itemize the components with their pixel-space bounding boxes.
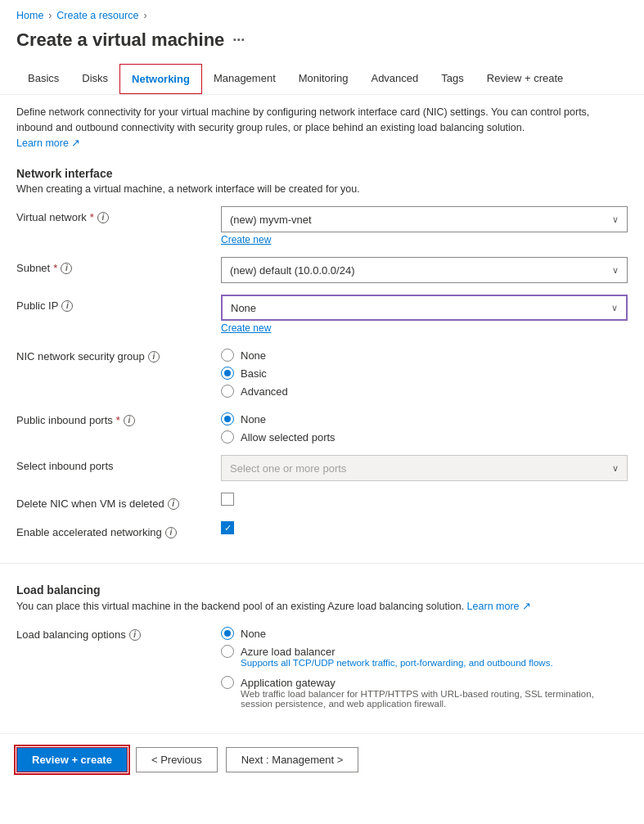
load-balancing-options-control: None Azure load balancer Supports all TC… (221, 624, 628, 709)
breadcrumb-home[interactable]: Home (16, 10, 43, 21)
nic-nsg-basic-option[interactable]: Basic (221, 367, 628, 380)
public-inbound-allow-option[interactable]: Allow selected ports (221, 430, 628, 444)
public-inbound-none-option[interactable]: None (221, 412, 628, 426)
tab-basics[interactable]: Basics (16, 64, 70, 94)
nic-nsg-row: NIC network security group i None Basic … (16, 345, 628, 398)
load-balancing-options-info-icon[interactable]: i (129, 629, 141, 641)
title-options-button[interactable]: ··· (232, 32, 245, 49)
nic-nsg-info-icon[interactable]: i (148, 351, 160, 362)
tab-management[interactable]: Management (202, 64, 287, 94)
public-inbound-ports-label: Public inbound ports * i (16, 409, 213, 426)
azure-lb-description: Supports all TCP/UDP network traffic, po… (241, 658, 628, 668)
subnet-chevron-icon: ∨ (612, 265, 619, 276)
accelerated-networking-label: Enable accelerated networking i (16, 521, 213, 538)
virtual-network-info-icon[interactable]: i (97, 212, 109, 223)
app-gateway-description: Web traffic load balancer for HTTP/HTTPS… (241, 689, 628, 709)
previous-button[interactable]: < Previous (136, 747, 218, 772)
select-inbound-ports-label: Select inbound ports (16, 455, 213, 472)
public-ip-dropdown[interactable]: None ∨ (221, 295, 628, 321)
virtual-network-label: Virtual network * i (16, 206, 213, 223)
load-balancing-title: Load balancing (16, 583, 628, 597)
virtual-network-create-new-link[interactable]: Create new (221, 234, 271, 245)
breadcrumb-create-resource[interactable]: Create a resource (56, 10, 138, 21)
load-balancing-app-gateway-option[interactable]: Application gateway (221, 676, 628, 689)
description-learn-more-link[interactable]: Learn more ↗ (16, 137, 80, 149)
nic-nsg-radio-group: None Basic Advanced (221, 345, 628, 398)
load-balancing-options-label: Load balancing options i (16, 624, 213, 641)
virtual-network-dropdown[interactable]: (new) myvm-vnet ∨ (221, 206, 628, 232)
load-balancing-description: You can place this virtual machine in th… (16, 600, 628, 612)
nic-nsg-none-option[interactable]: None (221, 349, 628, 362)
public-ip-chevron-icon: ∨ (611, 303, 618, 313)
next-button[interactable]: Next : Management > (226, 747, 359, 772)
tab-monitoring[interactable]: Monitoring (287, 64, 360, 94)
load-balancing-none-option[interactable]: None (221, 627, 628, 640)
virtual-network-control: (new) myvm-vnet ∨ Create new (221, 206, 628, 245)
public-inbound-none-radio[interactable] (221, 412, 234, 426)
delete-nic-checkbox-item[interactable] (221, 493, 628, 506)
accelerated-networking-control (221, 521, 628, 534)
public-ip-control: None ∨ Create new (221, 295, 628, 334)
page-title: Create a virtual machine (16, 29, 224, 51)
tab-disks[interactable]: Disks (70, 64, 119, 94)
subnet-info-icon[interactable]: i (61, 263, 72, 274)
delete-nic-label: Delete NIC when VM is deleted i (16, 493, 213, 510)
load-balancing-azure-lb-radio[interactable] (221, 645, 234, 658)
tab-advanced[interactable]: Advanced (359, 64, 430, 94)
public-inbound-ports-row: Public inbound ports * i None Allow sele… (16, 409, 628, 444)
delete-nic-control (221, 493, 628, 506)
delete-nic-checkbox[interactable] (221, 493, 234, 506)
select-inbound-ports-control: Select one or more ports ∨ (221, 455, 628, 481)
load-balancing-app-gateway-group: Application gateway Web traffic load bal… (221, 676, 628, 709)
virtual-network-row: Virtual network * i (new) myvm-vnet ∨ Cr… (16, 206, 628, 245)
tab-bar: Basics Disks Networking Management Monit… (0, 64, 644, 95)
tab-tags[interactable]: Tags (430, 64, 475, 94)
tab-description: Define network connectivity for your vir… (0, 95, 644, 154)
load-balancing-none-radio[interactable] (221, 627, 234, 640)
select-inbound-ports-chevron-icon: ∨ (612, 463, 619, 474)
virtual-network-chevron-icon: ∨ (612, 214, 619, 225)
public-inbound-ports-control: None Allow selected ports (221, 409, 628, 444)
network-interface-subtitle: When creating a virtual machine, a netwo… (16, 183, 628, 195)
select-inbound-ports-dropdown[interactable]: Select one or more ports ∨ (221, 455, 628, 481)
subnet-label: Subnet * i (16, 257, 213, 274)
load-balancing-app-gateway-radio[interactable] (221, 676, 234, 689)
accelerated-networking-checkbox[interactable] (221, 521, 234, 534)
load-balancing-section: Load balancing You can place this virtua… (0, 570, 644, 727)
review-create-button[interactable]: Review + create (16, 747, 128, 772)
load-balancing-options-row: Load balancing options i None Azure load… (16, 624, 628, 709)
delete-nic-row: Delete NIC when VM is deleted i (16, 493, 628, 510)
delete-nic-info-icon[interactable]: i (168, 498, 179, 510)
nic-nsg-none-radio[interactable] (221, 349, 234, 362)
nic-nsg-advanced-option[interactable]: Advanced (221, 385, 628, 398)
accelerated-networking-checkbox-item[interactable] (221, 521, 628, 534)
public-ip-create-new-link[interactable]: Create new (221, 322, 271, 334)
load-balancing-radio-group: None Azure load balancer Supports all TC… (221, 624, 628, 709)
network-interface-title: Network interface (16, 167, 628, 180)
accelerated-networking-row: Enable accelerated networking i (16, 521, 628, 538)
subnet-row: Subnet * i (new) default (10.0.0.0/24) ∨ (16, 257, 628, 283)
public-ip-label: Public IP i (16, 295, 213, 312)
select-inbound-ports-row: Select inbound ports Select one or more … (16, 455, 628, 481)
subnet-dropdown[interactable]: (new) default (10.0.0.0/24) ∨ (221, 257, 628, 283)
subnet-control: (new) default (10.0.0.0/24) ∨ (221, 257, 628, 283)
public-inbound-ports-info-icon[interactable]: i (124, 415, 135, 426)
footer: Review + create < Previous Next : Manage… (0, 733, 644, 786)
public-inbound-allow-radio[interactable] (221, 430, 234, 444)
public-ip-info-icon[interactable]: i (61, 300, 73, 312)
nic-nsg-basic-radio[interactable] (221, 367, 234, 380)
network-interface-section: Network interface When creating a virtua… (0, 154, 644, 556)
load-balancing-azure-lb-option[interactable]: Azure load balancer (221, 645, 628, 658)
load-balancing-learn-more-link[interactable]: Learn more ↗ (467, 601, 531, 612)
load-balancing-azure-lb-group: Azure load balancer Supports all TCP/UDP… (221, 645, 628, 668)
nic-nsg-control: None Basic Advanced (221, 345, 628, 398)
tab-networking[interactable]: Networking (119, 64, 202, 94)
nic-nsg-advanced-radio[interactable] (221, 385, 234, 398)
accelerated-networking-info-icon[interactable]: i (165, 527, 177, 538)
breadcrumb: Home › Create a resource › (0, 0, 644, 26)
page-title-area: Create a virtual machine ··· (0, 26, 644, 64)
public-ip-row: Public IP i None ∨ Create new (16, 295, 628, 334)
tab-review-create[interactable]: Review + create (475, 64, 575, 94)
public-inbound-ports-radio-group: None Allow selected ports (221, 409, 628, 444)
nic-nsg-label: NIC network security group i (16, 345, 213, 362)
